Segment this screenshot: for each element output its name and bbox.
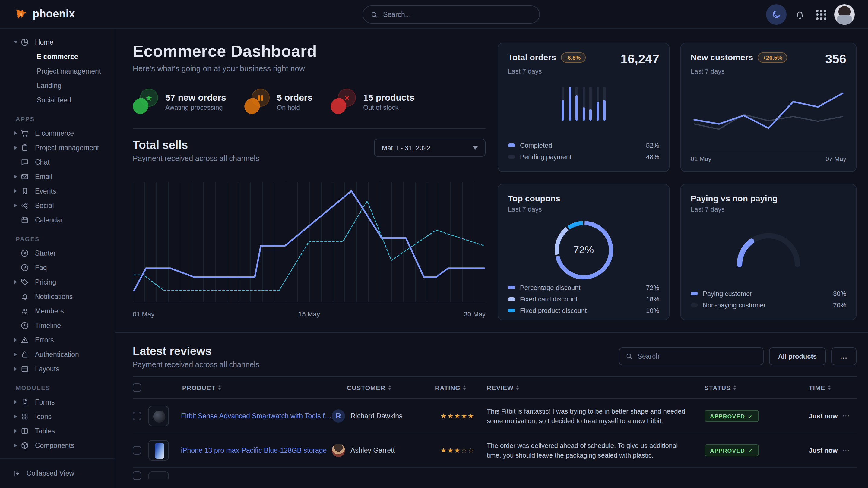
app-window: phoenix HomeE commerceProject management… (0, 0, 868, 488)
sidebar-item-layouts[interactable]: Layouts (0, 362, 115, 376)
order-bar (596, 87, 599, 121)
reviews-more-button[interactable]: ... (831, 347, 857, 365)
sidebar-item-label: Members (35, 307, 64, 315)
sidebar-item-notifications[interactable]: Notifications (0, 289, 115, 304)
stat-caption: Awating processing (165, 103, 226, 110)
cross-badge-icon: × (331, 89, 356, 114)
column-header-time[interactable]: TIME (796, 384, 842, 391)
sidebar-item-social[interactable]: Social (0, 198, 115, 213)
sidebar-item-icons[interactable]: Icons (0, 409, 115, 424)
product-link[interactable]: Fitbit Sense Advanced Smartwatch with To… (181, 412, 332, 420)
sidebar-item-faq[interactable]: Faq (0, 260, 115, 275)
product-thumbnail[interactable] (148, 440, 169, 461)
sidebar-section: PAGESStarterFaqPricingNotificationsMembe… (0, 236, 115, 376)
sidebar-section-label: PAGES (0, 236, 115, 242)
select-all-checkbox[interactable] (133, 383, 141, 392)
product-link[interactable]: iPhone 13 pro max-Pacific Blue-128GB sto… (181, 447, 327, 454)
row-checkbox[interactable] (133, 446, 141, 455)
sidebar-item-label: Icons (35, 413, 52, 420)
stat-value: 5 orders (277, 92, 312, 102)
stat-out-of-stock: × 15 products Out of stock (331, 89, 414, 114)
file-icon (20, 397, 30, 407)
sidebar-item-label: Project management (35, 144, 99, 151)
stat-caption: Out of stock (363, 103, 414, 110)
caret-icon (14, 338, 20, 342)
sidebar-item-calendar[interactable]: Calendar (0, 213, 115, 227)
row-checkbox[interactable] (133, 471, 141, 480)
global-search[interactable] (363, 5, 540, 24)
global-search-input[interactable] (383, 11, 532, 18)
column-header-review[interactable]: REVIEW (487, 384, 705, 391)
order-bar (589, 87, 592, 121)
all-products-filter-button[interactable]: All products (769, 347, 826, 365)
sidebar: HomeE commerceProject managementLandingS… (0, 29, 115, 488)
trend-badge: +26.5% (758, 53, 787, 63)
paying-legend: Paying customer30% Non-paying customer70… (691, 288, 846, 311)
topbar: phoenix (0, 0, 868, 29)
chat-icon (20, 157, 30, 167)
sidebar-section-label: MODULES (0, 385, 115, 391)
rating-stars: ★★★★★ (435, 412, 487, 420)
card-title: Total orders (508, 53, 556, 62)
total-sells-title: Total sells (133, 139, 259, 152)
sidebar-item-project-management[interactable]: Project management (0, 140, 115, 155)
caret-icon (14, 204, 20, 207)
column-header-product[interactable]: PRODUCT (148, 384, 332, 391)
column-header-status[interactable]: STATUS (705, 384, 796, 391)
sidebar-item-forms[interactable]: Forms (0, 395, 115, 409)
apps-grid-button[interactable] (813, 7, 829, 22)
sidebar-item-chat[interactable]: Chat (0, 155, 115, 169)
review-text: This Fitbit is fantastic! I was trying t… (487, 406, 705, 426)
share-icon (20, 201, 30, 210)
sidebar-item-email[interactable]: Email (0, 169, 115, 184)
brand-logo[interactable]: phoenix (14, 7, 75, 21)
sidebar-item-components[interactable]: Components (0, 438, 115, 453)
product-thumbnail[interactable] (148, 406, 169, 426)
product-thumbnail[interactable] (148, 471, 169, 479)
column-header-rating[interactable]: RATING (435, 384, 487, 391)
reviews-search[interactable] (619, 347, 764, 365)
row-checkbox[interactable] (133, 412, 141, 420)
collapse-icon (13, 469, 21, 478)
sidebar-item-label: Notifications (35, 293, 73, 300)
reviews-search-input[interactable] (638, 353, 757, 360)
table-header-row: PRODUCT CUSTOMER RATING REVIEW STATUS TI… (133, 376, 857, 399)
sidebar-section: MODULESFormsIconsTablesComponents (0, 385, 115, 453)
sidebar-subitem-project-management[interactable]: Project management (0, 64, 115, 78)
sidebar-subitem-landing[interactable]: Landing (0, 78, 115, 93)
mail-icon (20, 172, 30, 182)
sidebar-item-pricing[interactable]: Pricing (0, 275, 115, 289)
box-icon (20, 441, 30, 450)
moon-icon (772, 10, 781, 19)
date-range-select[interactable]: Mar 1 - 31, 2022 (374, 139, 486, 157)
legend-label: Fixed card discount (520, 295, 578, 302)
sidebar-subitem-e-commerce[interactable]: E commerce (0, 50, 115, 64)
sidebar-item-label: Errors (35, 336, 54, 344)
theme-toggle-button[interactable] (766, 4, 786, 25)
total-sells-subtitle: Payment received across all channels (133, 154, 259, 163)
card-title: Top coupons (508, 194, 560, 203)
order-bar (576, 87, 578, 121)
notifications-button[interactable] (792, 7, 808, 22)
collapse-view-toggle[interactable]: Collapsed View (0, 458, 115, 488)
layout-icon (20, 364, 30, 374)
sidebar-item-tables[interactable]: Tables (0, 424, 115, 438)
grid4-icon (20, 412, 30, 421)
sidebar-item-home[interactable]: Home (0, 35, 115, 50)
users-icon (20, 306, 30, 316)
legend-label: Pending payment (520, 153, 571, 160)
column-header-customer[interactable]: CUSTOMER (332, 384, 435, 391)
sidebar-item-errors[interactable]: Errors (0, 333, 115, 347)
sidebar-item-e-commerce[interactable]: E commerce (0, 126, 115, 140)
sidebar-item-authentication[interactable]: Authentication (0, 347, 115, 362)
sidebar-item-members[interactable]: Members (0, 304, 115, 318)
sidebar-item-events[interactable]: Events (0, 184, 115, 198)
sidebar-item-timeline[interactable]: Timeline (0, 318, 115, 333)
coupons-legend: Percentage discount72% Fixed card discou… (508, 282, 659, 316)
legend-value: 48% (646, 153, 659, 160)
user-avatar[interactable] (834, 4, 855, 25)
sidebar-item-label: Tables (35, 427, 55, 435)
sidebar-item-label: Pricing (35, 279, 56, 286)
sidebar-item-starter[interactable]: Starter (0, 246, 115, 260)
sidebar-subitem-social-feed[interactable]: Social feed (0, 93, 115, 107)
